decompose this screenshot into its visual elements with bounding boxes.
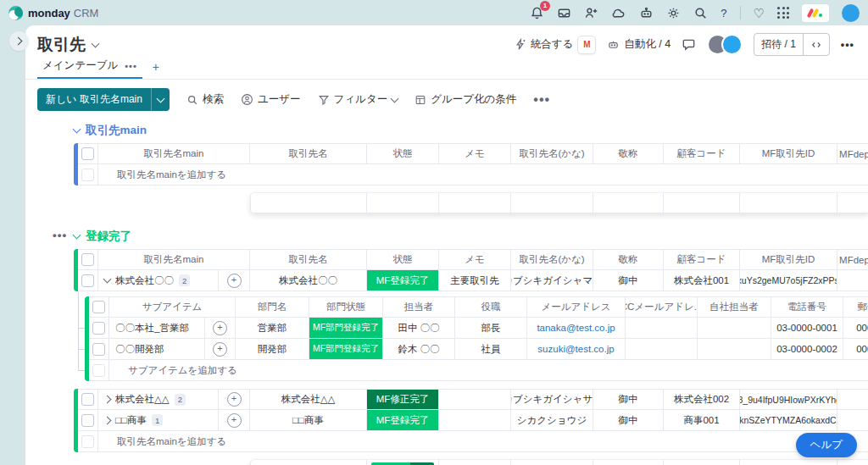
department-cell[interactable]	[837, 410, 868, 431]
honorific-cell[interactable]: 御中	[593, 390, 664, 410]
column-header[interactable]: MF取引先ID	[740, 249, 837, 270]
item-name-cell[interactable]: 株式会社△△ 2	[98, 390, 219, 410]
customer-code-cell[interactable]: 商事001	[664, 410, 740, 431]
add-update-icon[interactable]: +	[227, 274, 242, 288]
cc-email-cell[interactable]	[626, 339, 698, 360]
mf-id-cell[interactable]: kxuYs2geMU7o5jFZ2xPPsg	[740, 270, 837, 291]
automations-robot-icon[interactable]	[639, 6, 654, 20]
honorific-cell[interactable]: 御中	[593, 410, 664, 431]
board-menu-button[interactable]: •••	[841, 39, 854, 51]
customer-code-cell[interactable]: 株式会社001	[664, 270, 740, 291]
sidebar-expand-button[interactable]	[9, 31, 29, 51]
customer-code-cell[interactable]: 株式会社002	[664, 390, 740, 410]
add-view-button[interactable]: +	[144, 58, 168, 79]
settings-gear-icon[interactable]	[666, 6, 681, 20]
product-switcher-icon[interactable]	[777, 7, 789, 19]
discussion-icon[interactable]	[682, 37, 696, 52]
phone-cell[interactable]: 03-0000-0002	[771, 339, 843, 360]
phone-cell[interactable]: 03-0000-0001	[771, 318, 843, 339]
inbox-icon[interactable]	[557, 6, 571, 20]
company-cell[interactable]: □□商事	[250, 410, 367, 431]
help-question-icon[interactable]: ?	[721, 7, 726, 19]
subitem-name-cell[interactable]: 〇〇開発部	[109, 339, 205, 360]
column-header[interactable]: MFdepartment	[837, 143, 868, 164]
internal-owner-cell[interactable]	[698, 318, 771, 339]
group-header-second[interactable]: ••• 登録完了	[74, 229, 868, 244]
column-header[interactable]: 状態	[367, 249, 439, 270]
add-update-icon[interactable]: +	[213, 321, 227, 335]
new-item-button[interactable]: 新しい 取引先名main	[37, 88, 170, 111]
new-item-dropdown-icon[interactable]	[151, 88, 170, 111]
status-badge[interactable]: MF部門登録完了	[309, 318, 383, 339]
tab-main-table[interactable]: メインテーブル •••	[37, 56, 142, 79]
row-checkbox[interactable]	[89, 339, 109, 360]
column-header[interactable]: 取引先名	[250, 143, 367, 164]
role-cell[interactable]: 部長	[455, 318, 527, 339]
help-button[interactable]: ヘルプ	[796, 433, 857, 457]
honorific-cell[interactable]: 御中	[593, 270, 664, 291]
status-badge[interactable]: MF部門登録完了	[309, 339, 383, 360]
email-link[interactable]: tanaka@test.co.jp	[537, 323, 615, 333]
add-item-row[interactable]: 取引先名mainを追加する	[74, 164, 868, 185]
internal-owner-cell[interactable]	[698, 339, 771, 360]
row-checkbox[interactable]	[89, 318, 109, 339]
status-badge[interactable]: MF登録完了	[367, 410, 439, 431]
column-header[interactable]: MF取引先ID	[740, 143, 837, 164]
add-item-row[interactable]: 取引先名mainを追加する	[74, 431, 868, 452]
memo-cell[interactable]	[439, 390, 511, 410]
user-avatar[interactable]	[842, 4, 860, 22]
kana-cell[interactable]: シカクショウジ	[511, 410, 593, 431]
add-update-cell[interactable]: +	[205, 318, 236, 339]
add-update-cell[interactable]: +	[219, 270, 250, 291]
column-header[interactable]: 顧客コード	[664, 143, 740, 164]
select-all-checkbox[interactable]	[89, 296, 109, 318]
item-name-cell[interactable]: 株式会社〇〇 2	[98, 270, 219, 291]
filter-tool[interactable]: フィルター	[318, 92, 398, 107]
column-header[interactable]: 役職	[455, 296, 527, 318]
row-checkbox[interactable]	[78, 390, 98, 410]
search-tool[interactable]: 検索	[186, 92, 224, 107]
column-header[interactable]: MFdepartment	[837, 249, 868, 270]
item-name-cell[interactable]: □□商事 1	[98, 410, 219, 431]
status-badge[interactable]: MF登録完了	[367, 270, 439, 291]
toolbar-more-button[interactable]: •••	[533, 92, 550, 108]
add-subitem-row[interactable]: サブアイテムを追加する	[85, 360, 868, 381]
column-header[interactable]: CCメールアドレ...	[626, 296, 698, 318]
row-checkbox[interactable]	[78, 410, 98, 431]
group-header-first[interactable]: 取引先main	[74, 123, 868, 138]
column-header[interactable]: 顧客コード	[664, 249, 740, 270]
add-update-icon[interactable]: +	[227, 413, 242, 428]
column-header[interactable]: サブアイテム	[109, 296, 236, 318]
group-menu-button[interactable]: •••	[53, 229, 67, 241]
select-all-checkbox[interactable]	[78, 249, 98, 270]
status-summary-cell[interactable]	[367, 459, 439, 465]
person-filter-tool[interactable]: ユーザー	[241, 92, 301, 107]
expand-subitems-icon[interactable]	[103, 416, 112, 424]
email-cell[interactable]: suzuki@test.co.jp	[527, 339, 626, 360]
share-link-icon[interactable]	[803, 34, 829, 55]
column-header[interactable]: 取引先名(かな)	[511, 143, 593, 164]
invite-members-icon[interactable]	[584, 6, 598, 20]
column-header[interactable]: 部門名	[236, 296, 309, 318]
dept-cell[interactable]: 開発部	[236, 339, 309, 360]
invite-button[interactable]: 招待 / 1	[754, 34, 803, 55]
column-header[interactable]: 郵便番号	[843, 296, 868, 318]
add-update-cell[interactable]: +	[205, 339, 236, 360]
row-checkbox[interactable]	[78, 270, 98, 291]
group-collapse-icon[interactable]	[73, 231, 81, 240]
integrate-button[interactable]: 統合する M	[514, 36, 597, 54]
expand-subitems-icon[interactable]	[103, 396, 112, 404]
mf-id-cell[interactable]: RknSZeYTYMZA6okaxdC...	[740, 410, 837, 431]
company-cell[interactable]: 株式会社△△	[250, 390, 367, 410]
column-header[interactable]: 取引先名(かな)	[511, 249, 593, 270]
add-update-icon[interactable]: +	[213, 342, 227, 357]
column-header[interactable]: メモ	[439, 249, 511, 270]
group-by-tool[interactable]: グループ化の条件	[415, 92, 516, 107]
cc-email-cell[interactable]	[626, 318, 698, 339]
department-cell[interactable]	[837, 390, 868, 410]
search-icon[interactable]	[693, 6, 708, 20]
department-cell[interactable]	[837, 270, 868, 291]
collapse-subitems-icon[interactable]	[103, 275, 112, 284]
postal-cell[interactable]: 000-0000	[843, 318, 868, 339]
person-cell[interactable]: 鈴木 〇〇	[383, 339, 455, 360]
